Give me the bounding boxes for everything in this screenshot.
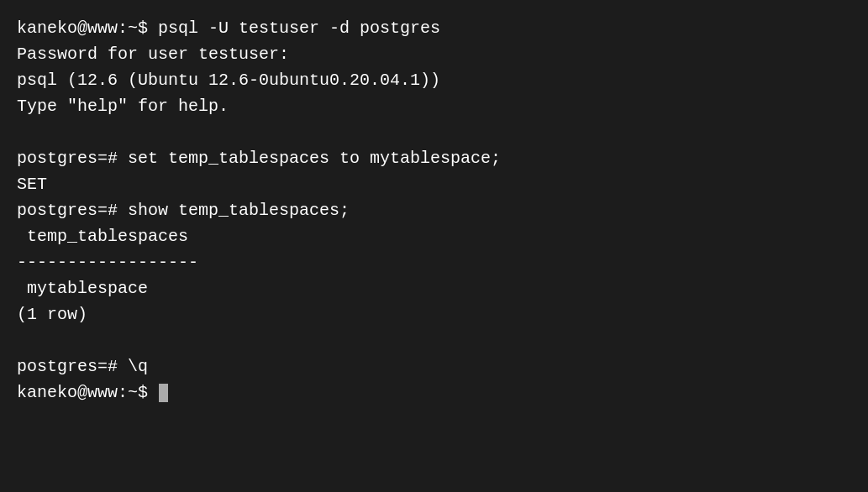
terminal-line-line15: kaneko@www:~$ <box>17 379 851 406</box>
terminal-window[interactable]: kaneko@www:~$ psql -U testuser -d postgr… <box>0 0 868 492</box>
terminal-line-line4: Type "help" for help. <box>17 93 851 119</box>
terminal-line-line5 <box>17 119 851 145</box>
terminal-line-line9: temp_tablespaces <box>17 223 851 249</box>
terminal-cursor <box>159 384 168 402</box>
terminal-line-line12: (1 row) <box>17 301 851 327</box>
terminal-line-line13 <box>17 327 851 353</box>
terminal-line-line14: postgres=# \q <box>17 353 851 379</box>
terminal-line-line6: postgres=# set temp_tablespaces to mytab… <box>17 145 851 171</box>
terminal-line-line8: postgres=# show temp_tablespaces; <box>17 197 851 223</box>
terminal-line-line2: Password for user testuser: <box>17 41 851 67</box>
terminal-line-line3: psql (12.6 (Ubuntu 12.6-0ubuntu0.20.04.1… <box>17 67 851 93</box>
terminal-line-line7: SET <box>17 171 851 197</box>
terminal-line-line1: kaneko@www:~$ psql -U testuser -d postgr… <box>17 15 851 41</box>
terminal-line-line10: ------------------ <box>17 249 851 275</box>
terminal-line-line11: mytablespace <box>17 275 851 301</box>
